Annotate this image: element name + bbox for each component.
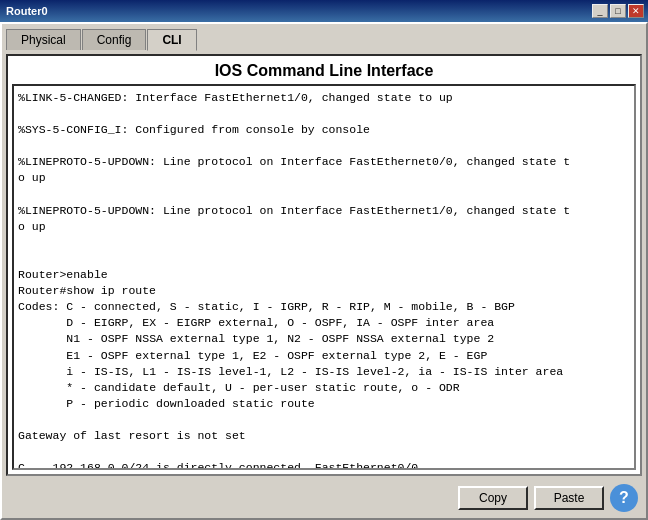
title-bar: Router0 _ □ ✕ xyxy=(0,0,648,22)
button-bar: Copy Paste ? xyxy=(2,480,646,518)
terminal-output[interactable]: %LINK-5-CHANGED: Interface FastEthernet1… xyxy=(12,84,636,470)
paste-button[interactable]: Paste xyxy=(534,486,604,510)
tab-physical[interactable]: Physical xyxy=(6,29,81,50)
tab-config[interactable]: Config xyxy=(82,29,147,50)
window-title: Router0 xyxy=(6,5,48,17)
close-button[interactable]: ✕ xyxy=(628,4,644,18)
minimize-button[interactable]: _ xyxy=(592,4,608,18)
page-title: IOS Command Line Interface xyxy=(8,56,640,84)
help-icon[interactable]: ? xyxy=(610,484,638,512)
maximize-button[interactable]: □ xyxy=(610,4,626,18)
tab-cli[interactable]: CLI xyxy=(147,29,196,51)
window-controls: _ □ ✕ xyxy=(592,4,644,18)
main-window: Physical Config CLI IOS Command Line Int… xyxy=(0,22,648,520)
main-content-area: IOS Command Line Interface %LINK-5-CHANG… xyxy=(6,54,642,476)
copy-button[interactable]: Copy xyxy=(458,486,528,510)
tab-bar: Physical Config CLI xyxy=(2,24,646,50)
